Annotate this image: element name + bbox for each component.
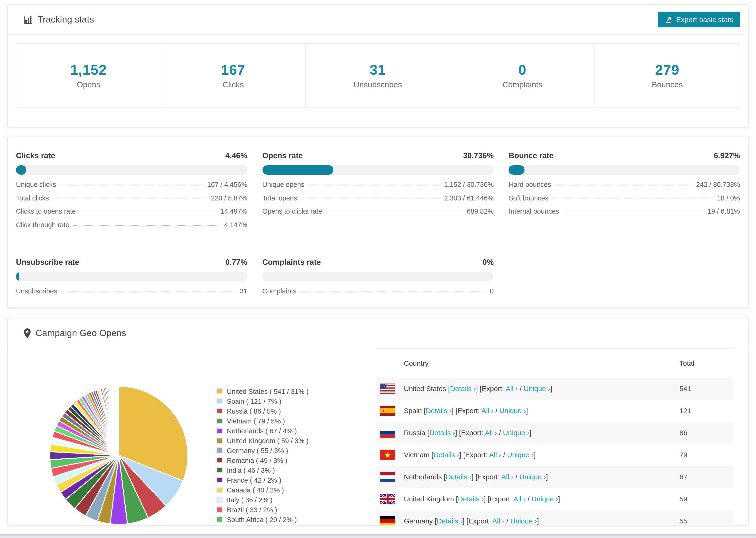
geo-table-row: Spain [Details ›] [Export: All › / Uniqu…: [376, 400, 733, 422]
rate-row-label: Unique clicks: [16, 181, 56, 188]
export-all-link[interactable]: All ›: [501, 473, 513, 481]
total-cell: 79: [679, 451, 687, 459]
legend-item: Germany ( 55 / 3% ): [216, 446, 308, 456]
rate-row-value: 14.497%: [220, 207, 247, 215]
total-cell: 67: [679, 473, 687, 481]
export-unique-link[interactable]: Unique ›: [523, 385, 550, 393]
rate-value: 0%: [482, 258, 494, 267]
export-all-link[interactable]: All ›: [513, 495, 526, 503]
dotted-leader: [60, 185, 203, 186]
rate-row-label: Soft bounces: [509, 194, 549, 202]
dotted-leader: [563, 212, 704, 212]
summary-stats: 1,152 Opens 167 Clicks 31 Unsubscribes 0…: [16, 43, 740, 108]
details-link[interactable]: Details ›: [437, 517, 462, 525]
details-link[interactable]: Details ›: [450, 385, 476, 393]
rate-section: Bounce rate 6.927% Hard bounces 242 / 86…: [509, 151, 740, 234]
geo-title-text: Campaign Geo Opens: [36, 328, 126, 338]
rate-row-label: Click through rate: [16, 221, 69, 228]
tracking-stats-card: Tracking stats Export basic stats 1,152 …: [8, 4, 748, 127]
summary-stat-opens: 1,152 Opens: [17, 44, 161, 108]
rate-row-value: 4.147%: [224, 221, 247, 228]
export-unique-link[interactable]: Unique ›: [507, 451, 534, 459]
stat-label: Unsubscribes: [353, 80, 402, 89]
legend-item: India ( 46 / 3% ): [216, 465, 308, 475]
details-link[interactable]: Details ›: [433, 451, 459, 459]
rate-row: Hard bounces 242 / 86.738%: [509, 181, 740, 194]
geo-table: Country Total United States [Details ›] …: [376, 348, 733, 525]
rate-row-value: 2,303 / 61.446%: [444, 194, 494, 202]
rate-row-label: Hard bounces: [509, 181, 551, 188]
geo-legend: United States ( 541 / 31% ) Spain ( 121 …: [216, 386, 308, 524]
country-cell: United Kingdom [Details ›] [Export: All …: [404, 495, 560, 503]
legend-swatch: [216, 398, 223, 404]
rates-grid: Clicks rate 4.46% Unique clicks 167 / 4.…: [8, 137, 748, 305]
legend-swatch: [216, 418, 223, 424]
rate-row: Clicks to opens rate 14.497%: [16, 207, 247, 221]
export-basic-stats-button[interactable]: Export basic stats: [658, 12, 740, 27]
export-unique-link[interactable]: Unique ›: [499, 406, 526, 414]
legend-label: Netherlands ( 67 / 4% ): [227, 427, 297, 435]
rate-value: 6.927%: [714, 151, 740, 160]
details-link[interactable]: Details ›: [429, 429, 455, 437]
tracking-stats-header: Tracking stats Export basic stats: [8, 5, 748, 35]
legend-label: Vietnam ( 79 / 5% ): [227, 417, 285, 425]
country-cell: Germany [Details ›] [Export: All › / Uni…: [404, 517, 539, 525]
export-unique-link[interactable]: Unique ›: [511, 517, 537, 525]
flag-ru-icon: [380, 428, 395, 438]
stat-value: 1,152: [70, 62, 107, 78]
geo-pie-chart: [48, 385, 189, 525]
rate-row: Total opens 2,303 / 61.446%: [262, 194, 494, 207]
stat-value: 279: [655, 62, 679, 78]
rate-row-label: Clicks to opens rate: [16, 207, 76, 215]
rate-row: Opens to clicks rate 689.82%: [262, 207, 494, 221]
export-all-link[interactable]: All ›: [506, 385, 518, 393]
legend-label: Germany ( 55 / 3% ): [227, 447, 288, 454]
legend-item: United Kingdom ( 59 / 3% ): [216, 436, 308, 446]
rate-row-value: 242 / 86.738%: [696, 181, 740, 188]
export-all-link[interactable]: All ›: [481, 406, 494, 414]
dotted-leader: [53, 198, 207, 199]
details-link[interactable]: Details ›: [446, 473, 471, 481]
legend-label: Spain ( 121 / 7% ): [227, 398, 281, 405]
export-all-link[interactable]: All ›: [489, 451, 501, 459]
geo-content: United States ( 541 / 31% ) Spain ( 121 …: [8, 348, 748, 525]
legend-label: Brazil ( 33 / 2% ): [227, 506, 277, 513]
legend-item: Brazil ( 33 / 2% ): [216, 505, 308, 514]
rate-row-label: Unsubscribes: [16, 287, 57, 295]
geo-title: Campaign Geo Opens: [24, 328, 126, 338]
rate-title: Unsubscribe rate: [16, 258, 80, 267]
legend-swatch: [216, 428, 223, 434]
export-unique-link[interactable]: Unique ›: [531, 495, 558, 503]
rate-value: 4.46%: [225, 151, 247, 160]
export-unique-link[interactable]: Unique ›: [503, 429, 529, 437]
export-unique-link[interactable]: Unique ›: [519, 473, 546, 481]
rate-row: Unique opens 1,152 / 30.736%: [262, 181, 494, 194]
legend-item: Vietnam ( 79 / 5% ): [216, 416, 308, 426]
rates-card: Clicks rate 4.46% Unique clicks 167 / 4.…: [8, 136, 748, 308]
rate-row: Complaints 0: [262, 287, 494, 301]
summary-stat-complaints: 0 Complaints: [450, 44, 595, 108]
stat-value: 0: [518, 62, 526, 78]
legend-swatch: [216, 438, 223, 444]
details-link[interactable]: Details ›: [458, 495, 484, 503]
legend-label: France ( 42 / 2% ): [227, 476, 281, 484]
legend-swatch: [216, 507, 223, 512]
legend-swatch: [216, 447, 223, 454]
export-all-link[interactable]: All ›: [485, 429, 497, 437]
stat-value: 167: [221, 62, 245, 78]
flag-vn-icon: [380, 450, 395, 460]
rate-row-value: 19 / 6.81%: [707, 207, 740, 215]
geo-table-row: Netherlands [Details ›] [Export: All › /…: [376, 466, 733, 488]
legend-label: Russia ( 86 / 5% ): [227, 407, 281, 415]
legend-item: Romania ( 49 / 3% ): [216, 456, 308, 465]
details-link[interactable]: Details ›: [426, 406, 452, 414]
rate-value: 0.77%: [225, 258, 247, 267]
legend-item: Italy ( 36 / 2% ): [216, 495, 308, 505]
stat-label: Bounces: [652, 80, 683, 89]
rate-row-label: Complaints: [262, 287, 296, 295]
summary-stat-bounces: 279 Bounces: [595, 44, 739, 108]
export-all-link[interactable]: All ›: [492, 517, 505, 525]
geo-table-row: Russia [Details ›] [Export: All › / Uniq…: [376, 422, 733, 444]
legend-label: Romania ( 49 / 3% ): [227, 457, 287, 464]
rate-row: Internal bounces 19 / 6.81%: [509, 207, 740, 221]
